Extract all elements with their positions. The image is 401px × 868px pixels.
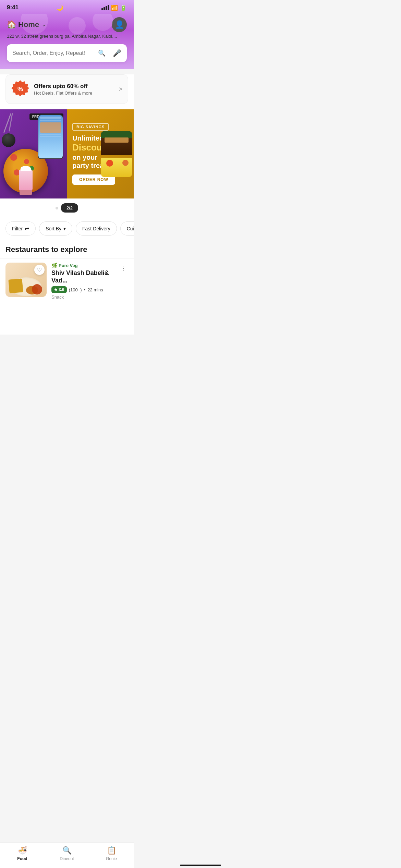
rating-badge: ★ 3.6 bbox=[51, 286, 67, 293]
search-bar[interactable]: 🔍 🎤 bbox=[7, 44, 127, 62]
filter-button[interactable]: Filter ⇌ bbox=[5, 221, 36, 236]
offer-badge: % bbox=[11, 80, 29, 98]
offer-title: Offers upto 60% off bbox=[34, 83, 114, 90]
favorite-button[interactable]: ♡ bbox=[34, 265, 45, 275]
location-name: Home bbox=[18, 20, 39, 29]
home-icon: 🏠 bbox=[7, 20, 16, 29]
offer-text: Offers upto 60% off Hot Deals, Flat Offe… bbox=[34, 83, 114, 96]
carousel-slide-2: BIG SAVINGS Unlimited Discounts on your … bbox=[67, 109, 134, 198]
restaurant-meta: ★ 3.6 (100+) • 22 mins bbox=[51, 286, 114, 293]
sort-by-label: Sort By bbox=[46, 226, 61, 231]
cuisines-label: Cuisines bbox=[127, 226, 134, 231]
header: 🏠 Home ⌄ 👤 122 w, 32 street greens burg … bbox=[0, 14, 134, 69]
restaurant-info: 🌿 Pure Veg Shiv Vilash Dabeli& Vad... ★ … bbox=[51, 263, 114, 300]
bottom-spacer bbox=[0, 304, 134, 335]
mic-icon[interactable]: 🎤 bbox=[113, 49, 121, 57]
fast-delivery-label: Fast Delivery bbox=[82, 226, 110, 231]
filter-icon: ⇌ bbox=[25, 225, 29, 232]
delivery-time: 22 mins bbox=[87, 287, 103, 292]
chevron-down-icon: ⌄ bbox=[42, 22, 46, 27]
carousel-slide-1: FREE DELIVERY* bbox=[0, 109, 67, 198]
avatar-icon: 👤 bbox=[115, 20, 124, 29]
leaf-icon: 🌿 bbox=[51, 263, 57, 268]
header-top-row: 🏠 Home ⌄ 👤 bbox=[7, 17, 127, 32]
dot-separator: • bbox=[84, 287, 86, 292]
restaurant-card: ♡ 🌿 Pure Veg Shiv Vilash Dabeli& Vad... … bbox=[0, 258, 134, 304]
avatar[interactable]: 👤 bbox=[112, 17, 127, 32]
offers-banner[interactable]: % Offers upto 60% off Hot Deals, Flat Of… bbox=[5, 74, 128, 104]
main-content: % Offers upto 60% off Hot Deals, Flat Of… bbox=[0, 74, 134, 335]
restaurant-name: Shiv Vilash Dabeli& Vad... bbox=[51, 269, 114, 284]
signal-bar-3 bbox=[106, 6, 107, 10]
filter-row: Filter ⇌ Sort By ▾ Fast Delivery Cuisine… bbox=[0, 217, 134, 240]
search-input[interactable] bbox=[12, 50, 95, 56]
cuisines-button[interactable]: Cuisines ▾ bbox=[120, 221, 134, 236]
location-title[interactable]: 🏠 Home ⌄ bbox=[7, 20, 46, 29]
restaurant-image-wrap: ♡ bbox=[5, 263, 47, 297]
milkshake-visual bbox=[19, 169, 33, 195]
review-count: (100+) bbox=[69, 287, 82, 292]
carousel: FREE DELIVERY* bbox=[0, 109, 134, 198]
dot-1 bbox=[56, 207, 58, 209]
carousel-dots: 2/2 bbox=[0, 198, 134, 217]
status-bar: 9:41 🌙 📶 🔋 bbox=[0, 0, 134, 14]
sort-by-button[interactable]: Sort By ▾ bbox=[39, 221, 72, 236]
offer-arrow-icon: > bbox=[119, 86, 122, 93]
cuisine-type: Snack bbox=[51, 294, 114, 300]
filter-label: Filter bbox=[12, 226, 23, 231]
offer-subtitle: Hot Deals, Flat Offers & more bbox=[34, 91, 114, 96]
dessert-visuals bbox=[96, 113, 134, 195]
pure-veg-label: 🌿 Pure Veg bbox=[51, 263, 114, 268]
status-icons: 📶 🔋 bbox=[101, 4, 127, 11]
restaurants-section-title: Restaurants to explore bbox=[0, 240, 134, 258]
search-divider bbox=[109, 49, 109, 57]
dot-2-active: 2/2 bbox=[61, 203, 78, 213]
wifi-icon: 📶 bbox=[111, 4, 118, 11]
on-your-text: on your bbox=[72, 154, 97, 161]
offer-badge-text: % bbox=[17, 86, 23, 93]
star-icon: ★ bbox=[54, 287, 58, 292]
pure-veg-text: Pure Veg bbox=[59, 263, 78, 268]
signal-bars bbox=[101, 5, 109, 10]
signal-bar-2 bbox=[104, 7, 105, 10]
status-moon-icon: 🌙 bbox=[57, 4, 63, 11]
signal-bar-4 bbox=[108, 5, 109, 10]
chevron-sort-icon: ▾ bbox=[63, 226, 66, 231]
more-options-button[interactable]: ⋮ bbox=[119, 263, 128, 274]
status-time: 9:41 bbox=[7, 4, 19, 11]
location-address: 122 w, 32 street greens burg pa, Ambika … bbox=[7, 34, 127, 39]
phone-mockup bbox=[38, 114, 63, 159]
ball-visual bbox=[2, 133, 15, 147]
signal-bar-1 bbox=[101, 8, 103, 10]
search-icon: 🔍 bbox=[98, 49, 106, 57]
battery-icon: 🔋 bbox=[120, 4, 127, 11]
fast-delivery-button[interactable]: Fast Delivery bbox=[76, 221, 117, 236]
rating-value: 3.6 bbox=[59, 287, 64, 292]
